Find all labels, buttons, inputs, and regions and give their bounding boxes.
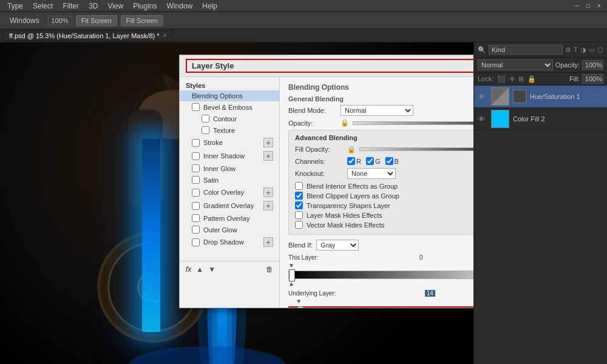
drop-shadow-checkbox[interactable] [192, 238, 200, 246]
blend-if-row: Blend If: Gray [288, 240, 473, 251]
lock-position-icon[interactable]: ✛ [509, 75, 515, 83]
minimize-button[interactable]: ─ [572, 1, 583, 12]
style-satin[interactable]: Satin [180, 174, 279, 186]
opacity-lock-icon: 🔒 [341, 119, 349, 127]
stroke-checkbox[interactable] [192, 139, 200, 147]
layers-search-field[interactable] [489, 45, 563, 55]
channel-g-label: G [375, 158, 381, 165]
menu-3d[interactable]: 3D [84, 0, 103, 12]
this-layer-label: This Layer: [288, 254, 318, 261]
menu-filter[interactable]: Filter [58, 0, 84, 12]
layers-panel: 🔍 ⚙ T ◑ ▭ ⬡ Normal Opacity: Lock: ⬛ ✛ [473, 42, 607, 364]
fill-value[interactable] [582, 74, 603, 84]
satin-checkbox[interactable] [192, 176, 200, 184]
inner-shadow-checkbox[interactable] [192, 152, 200, 160]
layers-filter-icon[interactable]: ⚙ [565, 46, 571, 54]
opacity-row: Opacity: 🔒 100 % [288, 119, 473, 127]
lock-artboard-icon[interactable]: ⊞ [518, 75, 524, 83]
lock-all-icon[interactable]: 🔒 [527, 75, 536, 83]
knockout-select[interactable]: None [347, 168, 396, 179]
layers-type-icon[interactable]: T [574, 46, 578, 53]
lock-pixels-icon[interactable]: ⬛ [497, 75, 506, 83]
style-drop-shadow[interactable]: Drop Shadow + [180, 235, 279, 249]
stroke-add-button[interactable]: + [263, 138, 273, 147]
layers-shape-icon[interactable]: ▭ [589, 46, 595, 54]
texture-checkbox[interactable] [202, 126, 209, 134]
color-overlay-add-button[interactable]: + [263, 187, 273, 197]
this-layer-top: ▼ ▼ [288, 262, 473, 269]
layer-item-color-fill[interactable]: 👁 Color Fill 2 [474, 108, 607, 130]
channel-r-checkbox[interactable] [347, 157, 355, 165]
layers-adj-icon[interactable]: ◑ [580, 46, 586, 54]
fill-screen-button[interactable]: Fill Screen [121, 15, 163, 26]
tab-filename: ff.psd @ 15.3% (Hue/Saturation 1, Layer … [9, 32, 160, 39]
layer-mask-row: Layer Mask Hides Effects [295, 211, 473, 219]
color-overlay-checkbox[interactable] [192, 189, 200, 197]
layer-mask-checkbox[interactable] [295, 211, 303, 219]
bevel-checkbox[interactable] [192, 103, 200, 111]
style-contour[interactable]: Contour [180, 113, 279, 124]
menu-view[interactable]: View [103, 0, 128, 12]
inner-glow-checkbox[interactable] [192, 164, 200, 172]
transparency-checkbox[interactable] [295, 201, 303, 209]
contour-checkbox[interactable] [202, 115, 209, 123]
fit-screen-button[interactable]: Fit Screen [76, 15, 117, 26]
blend-mode-select[interactable]: Normal [341, 105, 413, 116]
blend-mode-dropdown[interactable]: Normal [478, 59, 553, 70]
layers-smart-icon[interactable]: ⬡ [597, 46, 603, 54]
layers-lock-row: Lock: ⬛ ✛ ⊞ 🔒 Fill: [474, 73, 607, 86]
menu-type[interactable]: Type [2, 0, 28, 12]
toolbar-windows[interactable]: Windows [5, 12, 44, 29]
style-inner-shadow[interactable]: Inner Shadow + [180, 149, 279, 163]
gradient-overlay-checkbox[interactable] [192, 202, 200, 210]
document-tab[interactable]: ff.psd @ 15.3% (Hue/Saturation 1, Layer … [2, 30, 173, 41]
menu-select[interactable]: Select [28, 0, 58, 12]
style-pattern-overlay[interactable]: Pattern Overlay [180, 212, 279, 224]
opacity-value[interactable] [582, 60, 603, 70]
opacity-slider[interactable] [353, 121, 473, 125]
layer-item-hue-saturation[interactable]: 👁 Hue/Saturation 1 ⬚ [474, 86, 607, 108]
channel-b-checkbox[interactable] [385, 157, 393, 165]
vector-mask-checkbox[interactable] [295, 221, 303, 229]
layer-vis-icon-2[interactable]: 👁 [478, 115, 487, 124]
knockout-label: Knockout: [295, 170, 344, 177]
blend-interior-checkbox[interactable] [295, 182, 303, 190]
fx-up-button[interactable]: ▲ [196, 265, 203, 274]
pattern-overlay-checkbox[interactable] [192, 214, 200, 222]
outer-glow-checkbox[interactable] [192, 226, 200, 234]
menu-plugins[interactable]: Plugins [128, 0, 161, 12]
style-stroke[interactable]: Stroke + [180, 136, 279, 149]
this-layer-slider[interactable] [288, 271, 473, 279]
styles-list: Styles Blending Options Bevel & Emboss [180, 77, 280, 308]
layer-style-dialog[interactable]: Layer Style × Styles Blending Options [179, 55, 473, 308]
blend-clipped-checkbox[interactable] [295, 192, 303, 200]
tab-close-button[interactable]: × [163, 32, 167, 39]
gradient-overlay-add-button[interactable]: + [263, 201, 273, 211]
menu-window[interactable]: Window [162, 0, 198, 12]
layer-name-hue: Hue/Saturation 1 [530, 93, 590, 100]
fill-opacity-slider[interactable] [359, 147, 473, 151]
layers-kind-input[interactable] [492, 46, 516, 53]
fx-delete-button[interactable]: 🗑 [266, 265, 273, 274]
close-button[interactable]: × [594, 1, 605, 12]
blend-if-select[interactable]: Gray [316, 240, 359, 251]
layer-vis-icon-1[interactable]: 👁 [478, 92, 487, 101]
style-outer-glow[interactable]: Outer Glow [180, 224, 279, 235]
underlying-label-row: Underlying Layer: 14 255 [288, 290, 473, 297]
style-texture[interactable]: Texture [180, 124, 279, 136]
style-bevel-emboss[interactable]: Bevel & Emboss [180, 101, 279, 113]
menu-help[interactable]: Help [197, 0, 222, 12]
channel-g: G [366, 157, 381, 165]
style-blending-options[interactable]: Blending Options [180, 90, 279, 101]
channel-g-checkbox[interactable] [366, 157, 374, 165]
drop-shadow-add-button[interactable]: + [263, 237, 273, 247]
dialog-titlebar: Layer Style × [180, 55, 473, 77]
fx-down-button[interactable]: ▼ [208, 265, 215, 274]
inner-shadow-add-button[interactable]: + [263, 151, 273, 161]
zoom-input[interactable] [48, 16, 72, 25]
vector-mask-row: Vector Mask Hides Effects [295, 221, 473, 229]
style-gradient-overlay[interactable]: Gradient Overlay + [180, 199, 279, 212]
style-inner-glow[interactable]: Inner Glow [180, 163, 279, 174]
maximize-button[interactable]: □ [583, 1, 594, 12]
style-color-overlay[interactable]: Color Overlay + [180, 186, 279, 199]
